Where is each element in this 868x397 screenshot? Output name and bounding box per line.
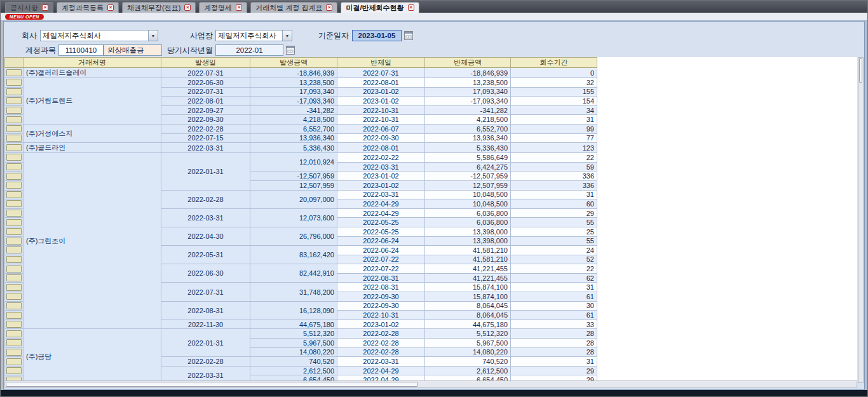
row-selector-cell[interactable] — [4, 209, 24, 219]
row-selector-cell[interactable] — [4, 163, 24, 172]
occur-amount-cell[interactable]: 5,512,320 — [250, 329, 337, 339]
collect-days-cell[interactable]: 31 — [511, 283, 597, 292]
row-selector-box[interactable] — [6, 312, 22, 319]
collect-days-cell[interactable]: 59 — [511, 163, 597, 172]
settle-amount-cell[interactable]: 5,967,500 — [425, 339, 511, 348]
row-selector-box[interactable] — [6, 367, 22, 374]
collect-days-cell[interactable]: 99 — [511, 124, 597, 134]
settle-amount-cell[interactable]: 15,874,100 — [425, 292, 511, 302]
settle-date-cell[interactable]: 2022-07-22 — [337, 255, 425, 265]
settle-amount-cell[interactable]: 41,221,455 — [425, 274, 511, 283]
collect-days-cell[interactable]: 33 — [511, 320, 597, 330]
occur-amount-cell[interactable]: 6,552,700 — [250, 124, 337, 134]
occur-amount-cell[interactable]: 12,507,959 — [250, 181, 337, 191]
period-start-input[interactable]: 2022-01 — [215, 44, 283, 56]
settle-date-cell[interactable]: 2022-10-31 — [337, 311, 425, 320]
row-selector-cell[interactable] — [4, 237, 24, 246]
occur-date-cell[interactable]: 2022-06-30 — [161, 78, 250, 88]
occur-date-cell[interactable]: 2022-05-31 — [161, 246, 250, 264]
settle-amount-cell[interactable]: 6,424,275 — [425, 163, 511, 172]
customer-name-cell[interactable]: (주)거성에스지 — [24, 124, 161, 143]
col-header-occur-amount[interactable]: 발생금액 — [250, 57, 337, 68]
occur-date-cell[interactable]: 2022-02-28 — [161, 191, 250, 209]
col-header-occur-date[interactable]: 발생일 — [161, 57, 250, 68]
row-selector-box[interactable] — [6, 321, 22, 328]
occur-date-cell[interactable]: 2022-09-27 — [161, 106, 250, 116]
row-selector-box[interactable] — [6, 125, 22, 132]
tab-close-icon[interactable]: × — [236, 4, 242, 11]
row-selector-box[interactable] — [6, 266, 22, 273]
settle-date-cell[interactable]: 2023-01-02 — [337, 97, 425, 106]
row-selector-box[interactable] — [6, 210, 22, 217]
occur-amount-cell[interactable]: 5,967,500 — [250, 339, 337, 348]
occur-amount-cell[interactable]: 14,080,220 — [250, 348, 337, 358]
collect-days-cell[interactable]: 55 — [511, 218, 597, 227]
settle-date-cell[interactable]: 2023-01-02 — [337, 88, 425, 97]
settle-date-cell[interactable]: 2022-08-31 — [337, 283, 425, 292]
row-selector-box[interactable] — [6, 339, 22, 346]
row-selector-cell[interactable] — [4, 302, 24, 311]
settle-date-cell[interactable]: 2023-01-02 — [337, 320, 425, 330]
row-selector-cell[interactable] — [4, 143, 24, 153]
settle-date-cell[interactable]: 2022-03-31 — [337, 191, 425, 200]
collect-days-cell[interactable]: 28 — [511, 339, 597, 348]
row-selector-cell[interactable] — [4, 191, 24, 200]
settle-amount-cell[interactable]: 13,398,000 — [425, 227, 511, 237]
row-selector-box[interactable] — [6, 330, 22, 337]
row-selector-cell[interactable] — [4, 320, 24, 330]
col-header-settle-amount[interactable]: 반제금액 — [425, 57, 511, 68]
row-selector-box[interactable] — [6, 69, 22, 76]
settle-date-cell[interactable]: 2022-04-29 — [337, 209, 425, 219]
tab-close-icon[interactable]: × — [184, 4, 191, 11]
tab-close-icon[interactable]: × — [408, 4, 414, 11]
row-selector-cell[interactable] — [4, 246, 24, 255]
settle-amount-cell[interactable]: 10,048,500 — [425, 199, 511, 209]
row-selector-box[interactable] — [6, 144, 22, 151]
row-selector-box[interactable] — [6, 154, 22, 161]
row-selector-box[interactable] — [6, 358, 22, 365]
chevron-down-icon[interactable]: ▼ — [148, 30, 158, 41]
occur-date-cell[interactable]: 2022-08-01 — [161, 97, 250, 106]
occur-date-cell[interactable]: 2022-01-31 — [161, 329, 250, 357]
row-selector-cell[interactable] — [4, 199, 24, 209]
row-selector-box[interactable] — [6, 302, 22, 309]
settle-date-cell[interactable]: 2022-07-31 — [337, 68, 425, 78]
collect-days-cell[interactable]: 31 — [511, 115, 597, 124]
row-selector-cell[interactable] — [4, 348, 24, 358]
settle-amount-cell[interactable]: 14,080,220 — [425, 348, 511, 358]
settle-date-cell[interactable]: 2022-10-31 — [337, 115, 425, 124]
occur-amount-cell[interactable]: 16,128,090 — [250, 302, 337, 320]
row-selector-cell[interactable] — [4, 292, 24, 302]
occur-amount-cell[interactable]: 13,238,500 — [250, 78, 337, 88]
settle-date-cell[interactable]: 2022-04-29 — [337, 367, 425, 376]
collect-days-cell[interactable]: 336 — [511, 181, 597, 191]
collect-days-cell[interactable]: 34 — [511, 106, 597, 116]
site-select[interactable]: 제일저지주식회사 ▼ — [215, 30, 292, 41]
row-selector-cell[interactable] — [4, 264, 24, 274]
collect-days-cell[interactable]: 62 — [511, 274, 597, 283]
row-selector-cell[interactable] — [4, 357, 24, 367]
collect-days-cell[interactable]: 28 — [511, 348, 597, 358]
tab-account-register[interactable]: 계정과목등록 × — [57, 2, 119, 13]
settle-date-cell[interactable]: 2023-01-02 — [337, 172, 425, 181]
row-selector-cell[interactable] — [4, 106, 24, 116]
row-selector-box[interactable] — [6, 116, 22, 123]
occur-amount-cell[interactable]: 44,675,180 — [250, 320, 337, 330]
calendar-icon[interactable] — [286, 46, 295, 55]
occur-amount-cell[interactable]: 5,336,430 — [250, 143, 337, 153]
row-selector-cell[interactable] — [4, 311, 24, 320]
collect-days-cell[interactable]: 31 — [511, 357, 597, 367]
row-selector-cell[interactable] — [4, 88, 24, 97]
row-selector-box[interactable] — [6, 284, 22, 291]
row-selector-box[interactable] — [6, 256, 22, 263]
occur-amount-cell[interactable]: 83,162,420 — [250, 246, 337, 264]
tab-account-detail[interactable]: 계정명세 × — [199, 2, 247, 13]
customer-name-cell[interactable]: (주)그린조이 — [24, 153, 161, 329]
account-code-input[interactable]: 11100410 — [58, 44, 104, 56]
customer-name-cell[interactable]: (주)골드라인 — [24, 143, 161, 153]
settle-amount-cell[interactable]: 6,036,800 — [425, 218, 511, 227]
row-selector-box[interactable] — [6, 238, 22, 245]
row-selector-box[interactable] — [6, 274, 22, 281]
row-selector-box[interactable] — [6, 191, 22, 198]
chevron-down-icon[interactable]: ▼ — [282, 30, 292, 41]
